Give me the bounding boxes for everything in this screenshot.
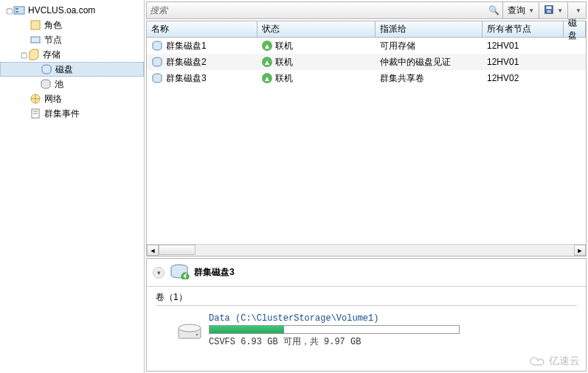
nodes-icon bbox=[30, 34, 41, 46]
cell-assigned: 群集共享卷 bbox=[380, 72, 424, 85]
tree-disks[interactable]: 磁盘 bbox=[0, 62, 144, 77]
tree-pools-label: 池 bbox=[55, 78, 63, 91]
usage-bar bbox=[209, 325, 460, 334]
pools-icon bbox=[40, 78, 52, 90]
svg-rect-1 bbox=[15, 8, 18, 10]
online-icon: ▲ bbox=[262, 57, 272, 67]
tree-root[interactable]: ▢ HVCLUS.oa.com bbox=[0, 3, 144, 18]
storage-icon bbox=[28, 49, 40, 60]
tree-nodes[interactable]: 节点 bbox=[0, 32, 144, 47]
query-button[interactable]: 查询 ▼ bbox=[503, 2, 539, 18]
watermark-text: 亿速云 bbox=[549, 355, 580, 368]
cell-assigned: 仲裁中的磁盘见证 bbox=[380, 56, 451, 69]
cell-owner: 12HV02 bbox=[487, 73, 519, 83]
cluster-icon bbox=[13, 4, 25, 16]
table-row[interactable]: 群集磁盘2▲联机仲裁中的磁盘见证12HV01 bbox=[147, 54, 586, 70]
disks-icon bbox=[41, 63, 52, 75]
disk-icon bbox=[151, 56, 163, 68]
svg-rect-13 bbox=[547, 10, 551, 13]
detail-title: 群集磁盘3 bbox=[194, 266, 235, 279]
svg-point-21 bbox=[196, 333, 198, 335]
search-icon[interactable]: 🔍 bbox=[488, 5, 499, 15]
chevron-down-icon: ▼ bbox=[557, 7, 563, 14]
toolbar: 🔍 查询 ▼ ▼ ▼ bbox=[146, 1, 587, 19]
tree-roles-label: 角色 bbox=[44, 19, 62, 32]
caret-icon[interactable]: ▢ bbox=[4, 7, 13, 15]
tree-storage[interactable]: ▢ 存储 bbox=[0, 47, 144, 62]
tree-pools[interactable]: 池 bbox=[0, 77, 144, 91]
watermark-logo-icon bbox=[530, 356, 546, 366]
detail-disk-icon bbox=[169, 263, 190, 282]
roles-icon bbox=[30, 19, 41, 31]
collapse-icon[interactable]: ▾ bbox=[153, 267, 165, 279]
save-icon bbox=[544, 4, 554, 17]
col-status[interactable]: 状态 bbox=[257, 21, 376, 37]
svg-rect-2 bbox=[15, 11, 18, 13]
scroll-left-icon[interactable]: ◄ bbox=[147, 245, 159, 256]
cell-name: 群集磁盘1 bbox=[166, 40, 207, 52]
cell-status: 联机 bbox=[275, 40, 293, 52]
cell-name: 群集磁盘2 bbox=[166, 56, 207, 69]
tree-disks-label: 磁盘 bbox=[55, 63, 73, 76]
cell-assigned: 可用存储 bbox=[380, 40, 415, 52]
col-name[interactable]: 名称 bbox=[147, 21, 257, 37]
volume-row[interactable]: Data (C:\ClusterStorage\Volume1) CSVFS 6… bbox=[178, 313, 577, 348]
search-box[interactable]: 🔍 bbox=[147, 2, 503, 18]
volume-usage: CSVFS 6.93 GB 可用，共 9.97 GB bbox=[209, 335, 460, 348]
grid-header: 名称 状态 指派给 所有者节点 磁盘 bbox=[147, 21, 586, 38]
table-row[interactable]: 群集磁盘3▲联机群集共享卷12HV02 bbox=[147, 70, 586, 86]
chevron-down-icon: ▼ bbox=[528, 7, 534, 14]
query-label: 查询 bbox=[508, 4, 525, 17]
online-icon: ▲ bbox=[262, 73, 272, 83]
col-assigned[interactable]: 指派给 bbox=[376, 21, 482, 37]
svg-rect-12 bbox=[547, 6, 552, 9]
volume-info: Data (C:\ClusterStorage\Volume1) CSVFS 6… bbox=[209, 313, 460, 348]
disk-icon bbox=[151, 40, 163, 52]
drive-icon bbox=[178, 322, 201, 340]
cell-name: 群集磁盘3 bbox=[166, 72, 207, 85]
col-disk[interactable]: 磁盘 bbox=[564, 21, 586, 37]
caret-icon[interactable]: ▢ bbox=[19, 51, 28, 59]
chevron-down-icon: ▼ bbox=[575, 7, 581, 14]
cell-status: 联机 bbox=[275, 56, 293, 69]
svg-rect-3 bbox=[31, 21, 40, 29]
detail-pane: ▾ 群集磁盘3 卷（1） Data (C:\ClusterStorage\Vol… bbox=[146, 258, 587, 372]
cell-owner: 12HV01 bbox=[487, 41, 519, 51]
online-icon: ▲ bbox=[262, 41, 272, 51]
tree-roles[interactable]: 角色 bbox=[0, 18, 144, 32]
tree-network-label: 网络 bbox=[44, 93, 62, 105]
volumes-label: 卷（1） bbox=[156, 291, 187, 304]
disk-grid: 名称 状态 指派给 所有者节点 磁盘 群集磁盘1▲联机可用存储12HV01群集磁… bbox=[146, 21, 587, 257]
scroll-right-icon[interactable]: ► bbox=[574, 245, 586, 256]
nav-tree: ▢ HVCLUS.oa.com 角色 节点 ▢ 存储 磁盘 池 bbox=[0, 0, 145, 373]
cell-status: 联机 bbox=[275, 72, 293, 85]
watermark: 亿速云 bbox=[530, 355, 580, 368]
tree-root-label: HVCLUS.oa.com bbox=[28, 5, 95, 15]
svg-rect-4 bbox=[31, 37, 40, 43]
disk-icon bbox=[151, 72, 163, 84]
table-row[interactable]: 群集磁盘1▲联机可用存储12HV01 bbox=[147, 38, 586, 54]
search-input[interactable] bbox=[150, 5, 488, 15]
volume-path: Data (C:\ClusterStorage\Volume1) bbox=[209, 313, 460, 324]
cell-owner: 12HV01 bbox=[487, 57, 519, 67]
svg-rect-0 bbox=[14, 7, 24, 14]
tree-network[interactable]: 网络 bbox=[0, 91, 144, 106]
horizontal-scrollbar[interactable]: ◄ ► bbox=[147, 244, 586, 256]
tree-nodes-label: 节点 bbox=[44, 34, 62, 46]
tree-events-label: 群集事件 bbox=[44, 108, 80, 120]
save-button[interactable]: ▼ bbox=[539, 2, 568, 18]
col-owner[interactable]: 所有者节点 bbox=[482, 21, 564, 37]
tree-events[interactable]: 群集事件 bbox=[0, 106, 144, 121]
network-icon bbox=[30, 93, 41, 105]
events-icon bbox=[30, 108, 41, 119]
tree-storage-label: 存储 bbox=[43, 49, 60, 61]
svg-point-20 bbox=[179, 324, 201, 332]
scroll-thumb[interactable] bbox=[159, 245, 196, 255]
